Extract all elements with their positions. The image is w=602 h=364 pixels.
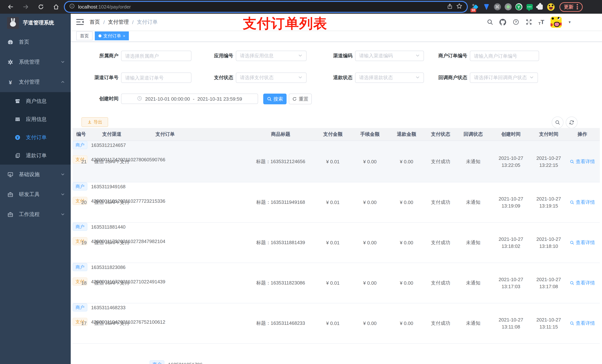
filter-label: 回调商户状态 [412, 73, 467, 83]
search-button[interactable]: 搜索 [263, 94, 287, 104]
chevron-down-icon [61, 192, 65, 198]
magnifier-icon [570, 200, 574, 205]
merchant-order-no: 1635311951796 [168, 362, 203, 364]
extension-chat-icon[interactable] [526, 3, 533, 10]
extension-record-icon[interactable] [504, 3, 512, 10]
help-icon[interactable]: ? [512, 19, 519, 25]
sidebar-item-payment[interactable]: ¥ 支付管理 [0, 72, 71, 92]
merchant-order-no-input[interactable] [474, 53, 535, 59]
breadcrumb-payment[interactable]: 支付管理 [108, 19, 129, 25]
tag-pay-order[interactable]: 支付订单 × [95, 31, 129, 40]
browser-toolbar: localhost:1024/pay/order 10 ⌘ Y 更新 •• [0, 0, 602, 14]
active-dot [98, 34, 101, 37]
app-select[interactable]: 请选择应用信息 [236, 51, 307, 61]
bookmark-star-icon[interactable] [456, 3, 462, 11]
tag-label: 支付订单 [103, 33, 121, 39]
filter-label: 渠道编码 [297, 51, 353, 61]
user-avatar[interactable] [550, 16, 562, 28]
view-detail-link[interactable]: 查看详情 [557, 320, 600, 327]
briefcase-icon [7, 212, 13, 218]
monitor-icon [7, 172, 13, 177]
tag-label: 首页 [80, 33, 89, 39]
col-channel: 支付渠道 [86, 128, 138, 141]
date-range-picker[interactable]: 2021-10-01 00:00:00 - 2021-10-31 23:59:5… [121, 94, 258, 104]
table-row[interactable]: 18 微信 JSAPI 支付 商户 1635311823086 支付 42000… [73, 263, 600, 303]
sidebar-item-label: 首页 [19, 39, 29, 45]
view-detail-link[interactable]: 查看详情 [557, 280, 600, 286]
site-info-icon[interactable] [69, 3, 75, 10]
sidebar-item-label: 基础设施 [19, 171, 40, 178]
home-icon[interactable] [52, 3, 60, 10]
extension-balloon-icon[interactable] [483, 3, 490, 10]
back-icon[interactable] [7, 3, 14, 10]
orders-table: 编号 支付渠道 支付订单 商品标题 支付金额 手续金额 退款金额 支付状态 回调… [73, 128, 600, 364]
reset-button[interactable]: 重置 [289, 94, 312, 104]
browser-menu-icon[interactable]: ••• [576, 3, 578, 10]
chevron-down-icon [61, 172, 65, 177]
sidebar-item-label: 退款订单 [26, 152, 47, 159]
sidebar-fold-icon[interactable] [76, 19, 84, 25]
magnifier-icon [570, 159, 574, 164]
merchant-badge: 商户 [150, 360, 164, 364]
yen-icon: ¥ [7, 79, 13, 85]
product-title: 标题：1635312124656 [255, 158, 307, 165]
merchant-order-no: 1635312124657 [91, 142, 126, 148]
forward-icon[interactable] [22, 3, 29, 10]
table-row[interactable]: 21 微信 JSAPI 支付 商户 1635312124657 支付 42000… [73, 141, 600, 182]
view-detail-link[interactable]: 查看详情 [557, 239, 600, 246]
font-size-icon[interactable]: TT [538, 19, 544, 25]
table-body: 21 微信 JSAPI 支付 商户 1635312124657 支付 42000… [73, 141, 600, 344]
extension-y-icon[interactable]: Y [515, 3, 522, 10]
refresh-button[interactable] [566, 116, 578, 128]
sidebar-item-pay-order[interactable]: ¥ 支付订单 [0, 128, 71, 146]
view-detail-link[interactable]: 查看详情 [557, 158, 600, 165]
documents-icon [15, 153, 20, 158]
tag-close-icon[interactable]: × [123, 34, 125, 38]
reload-icon[interactable] [37, 3, 44, 10]
merchant-badge: 商户 [73, 303, 87, 312]
search-icon[interactable] [486, 19, 493, 25]
merchant-badge: 商户 [73, 263, 87, 271]
url-host: localhost [78, 4, 97, 10]
github-icon[interactable] [499, 19, 506, 25]
svg-text:¥: ¥ [17, 136, 19, 139]
magnifier-icon [570, 240, 574, 245]
col-actions: 操作 [557, 128, 600, 141]
sidebar-item-label: 商户信息 [26, 98, 47, 104]
share-icon[interactable] [447, 3, 453, 10]
sidebar-item-workflow[interactable]: 工作流程 [0, 205, 71, 225]
sidebar-item-refund-order[interactable]: 退款订单 [0, 146, 71, 165]
merchant-order-no: 1635311468233 [91, 305, 126, 310]
merchant-order-no-field[interactable] [470, 51, 539, 61]
tag-home[interactable]: 首页 [76, 31, 93, 40]
table-row[interactable]: 19 微信 JSAPI 支付 商户 1635311881440 支付 42000… [73, 223, 600, 263]
toggle-search-button[interactable] [552, 116, 563, 128]
notify-status-select[interactable]: 请选择订单回调商户状态 [470, 73, 538, 83]
fullscreen-icon[interactable] [525, 19, 532, 25]
app-logo [7, 17, 19, 29]
sidebar-item-system[interactable]: 系统管理 [0, 52, 71, 72]
extension-command-icon[interactable]: ⌘ [494, 3, 501, 10]
url-bar[interactable]: localhost:1024/pay/order [65, 2, 467, 12]
breadcrumb-home[interactable]: 首页 [90, 19, 100, 25]
sidebar-item-infrastructure[interactable]: 基础设施 [0, 165, 71, 185]
browser-update-button[interactable]: 更新 ••• [559, 2, 582, 12]
table-row[interactable]: 20 微信 JSAPI 支付 商户 1635311949168 支付 42000… [73, 182, 600, 223]
sidebar-item-app-info[interactable]: 应用信息 [0, 110, 71, 128]
sidebar-item-merchant-info[interactable]: 商户信息 [0, 92, 71, 110]
view-detail-link[interactable]: 查看详情 [557, 199, 600, 206]
sidebar-item-dev-tools[interactable]: 研发工具 [0, 185, 71, 205]
extension-puzzle-icon[interactable] [537, 3, 544, 10]
extension-emoji-icon[interactable] [547, 3, 555, 10]
export-button[interactable]: 导出 [81, 117, 108, 127]
gear-icon [7, 59, 13, 65]
extension-kite-icon[interactable]: 10 [472, 3, 479, 10]
sidebar-item-home[interactable]: 首页 [0, 32, 71, 52]
browser-nav [0, 3, 65, 10]
chevron-down-icon [529, 75, 534, 81]
pay-status-select[interactable]: 请选择支付状态 [236, 73, 307, 83]
table-row[interactable]: 17 微信 JSAPI 支付 商户 1635311468233 支付 42000… [73, 303, 600, 344]
merchant-order-no: 1635311881440 [91, 224, 126, 229]
breadcrumb: 首页 / 支付管理 / 支付订单 [90, 19, 158, 25]
caret-down-icon[interactable]: ▼ [568, 20, 571, 24]
